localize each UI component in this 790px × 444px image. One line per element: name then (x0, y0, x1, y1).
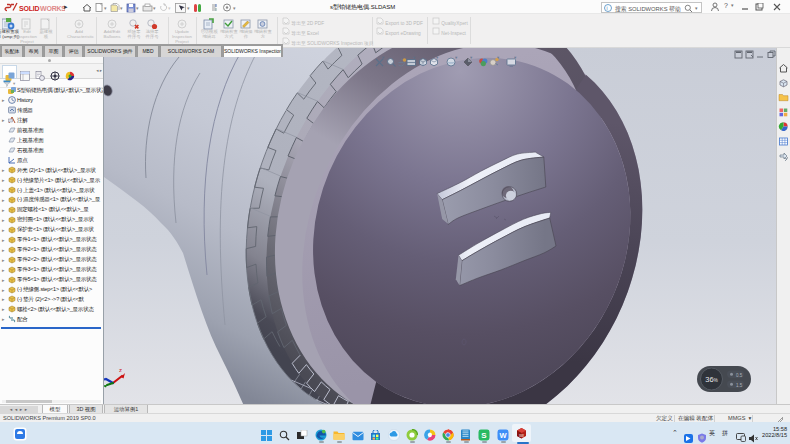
svg-text:▾: ▾ (168, 5, 171, 11)
svg-text:▾: ▾ (136, 5, 139, 11)
svg-text:▾: ▾ (233, 5, 236, 11)
svg-text:W: W (499, 431, 507, 440)
svg-text:0.5: 0.5 (736, 373, 743, 378)
svg-text:S: S (481, 431, 487, 440)
svg-text:▾: ▾ (120, 5, 123, 11)
svg-text:1.5: 1.5 (736, 383, 743, 388)
svg-text:▾: ▾ (153, 5, 156, 11)
svg-text:SW: SW (519, 434, 524, 438)
svg-text:▾: ▾ (104, 5, 107, 11)
svg-text:WORKS: WORKS (40, 5, 65, 12)
svg-text:z: z (119, 367, 122, 373)
svg-text:i: i (606, 5, 607, 11)
svg-text:SOLID: SOLID (19, 5, 40, 12)
svg-text:▾: ▾ (187, 5, 190, 11)
